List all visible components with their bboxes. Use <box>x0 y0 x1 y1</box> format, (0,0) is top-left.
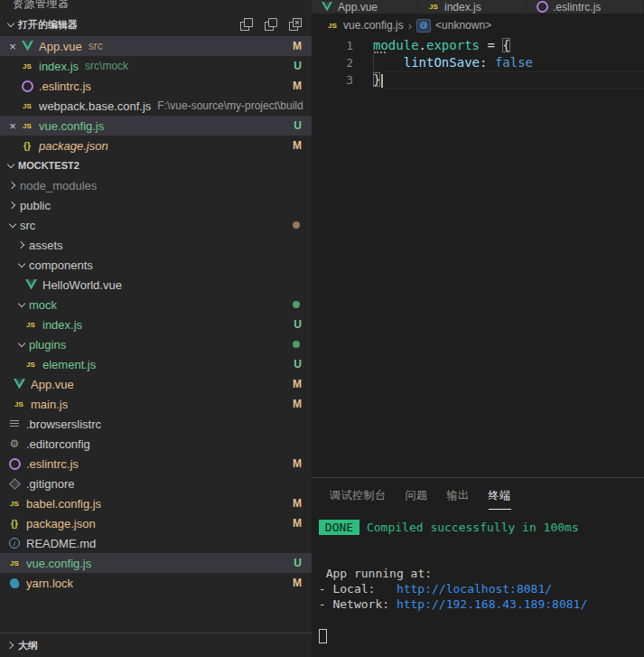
tab-debug-console[interactable]: 调试控制台 <box>330 481 387 509</box>
token-close-brace: } <box>373 72 380 87</box>
tree-folder-src[interactable]: src <box>0 215 312 235</box>
open-editor-description: src\mock <box>85 60 128 72</box>
tree-item-label: babel.config.js <box>26 497 101 511</box>
eslint-icon <box>536 0 548 14</box>
symbol-icon: @ <box>416 19 431 33</box>
tree-folder-mock[interactable]: mock <box>0 295 312 314</box>
tab-index-js[interactable]: index.js <box>418 0 527 14</box>
breadcrumb-file[interactable]: vue.config.js <box>343 19 404 32</box>
tree-folder-plugins[interactable]: plugins <box>0 334 312 354</box>
terminal-line: App running at: <box>312 566 644 581</box>
tab-eslintrc-js[interactable]: .eslintrc.js <box>527 0 644 14</box>
code-line: 1 module.exports = { <box>312 37 644 54</box>
tree-item-label: App.vue <box>31 378 74 391</box>
editor-empty-space[interactable] <box>312 89 644 477</box>
tree-file-readme-md[interactable]: README.md <box>0 533 312 553</box>
breadcrumb-separator: › <box>408 19 412 33</box>
open-editor-item[interactable]: × webpack.base.conf.js F:\vue-source\my-… <box>0 96 312 116</box>
terminal[interactable]: DONECompiled successfully in 100ms App r… <box>312 512 644 657</box>
git-status-badge: M <box>293 577 302 589</box>
tab-label: .eslintrc.js <box>553 1 601 14</box>
tree-file-package-json[interactable]: package.json M <box>0 513 312 533</box>
vue-icon <box>23 277 38 292</box>
tree-folder-node-modules[interactable]: node_modules <box>0 175 312 195</box>
tree-file-main-js[interactable]: main.js M <box>0 394 312 414</box>
vue-icon <box>321 0 333 14</box>
js-icon <box>23 317 38 332</box>
js-icon <box>326 18 339 33</box>
json-icon <box>7 516 22 530</box>
tree-folder-components[interactable]: components <box>0 255 312 275</box>
open-editor-item[interactable]: × App.vue src M <box>0 36 312 56</box>
git-status-badge: M <box>293 378 302 390</box>
open-editor-item[interactable]: × .eslintrc.js M <box>0 76 312 96</box>
terminal-cursor <box>319 629 327 643</box>
tree-file-babel-config-js[interactable]: babel.config.js M <box>0 493 312 513</box>
close-icon[interactable]: × <box>5 118 20 133</box>
tree-file-browserslistrc[interactable]: .browserslistrc <box>0 414 312 434</box>
tab-terminal[interactable]: 终端 <box>489 481 511 510</box>
token-colon: : <box>480 55 495 70</box>
token-equals: = <box>480 38 502 52</box>
info-icon <box>7 536 22 550</box>
tab-problems[interactable]: 问题 <box>406 481 428 509</box>
eslint-icon <box>20 79 34 93</box>
network-url-link[interactable]: http://192.168.43.189:8081/ <box>397 597 587 611</box>
close-icon[interactable]: × <box>5 39 20 53</box>
tree-file-editorconfig[interactable]: .editorconfig <box>0 434 312 454</box>
open-editor-label: vue.config.js <box>39 119 104 133</box>
network-label: - Network: <box>319 596 397 612</box>
token-lintonsave: lintOnSave <box>404 55 480 70</box>
tree-file-app-vue[interactable]: App.vue M <box>0 374 312 394</box>
workspace-root-header[interactable]: MOCKTEST2 <box>0 155 312 175</box>
panel-tab-bar: 调试控制台 问题 输出 终端 <box>312 478 644 512</box>
open-editor-item[interactable]: × index.js src\mock U <box>0 56 312 76</box>
open-editors-header-label: 打开的编辑器 <box>18 18 78 32</box>
breadcrumb-symbol[interactable]: <unknown> <box>435 19 491 32</box>
tree-folder-assets[interactable]: assets <box>0 235 312 255</box>
tree-file-yarn-lock[interactable]: yarn.lock M <box>0 573 312 593</box>
chevron-right-icon <box>4 638 18 652</box>
tree-file-element-js[interactable]: element.js U <box>0 354 312 374</box>
vue-icon <box>20 39 34 53</box>
terminal-blank-line <box>312 550 644 566</box>
chevron-down-icon <box>5 218 20 232</box>
chevron-down-icon <box>4 17 18 32</box>
close-all-editors-icon[interactable]: × <box>288 17 303 32</box>
open-editor-item[interactable]: × package.json M <box>0 136 312 155</box>
open-editor-label: package.json <box>39 139 108 153</box>
new-untitled-file-icon[interactable] <box>239 17 254 32</box>
line-number: 1 <box>312 37 373 54</box>
git-status-badge: M <box>293 517 302 530</box>
js-icon <box>20 99 34 113</box>
open-editor-item[interactable]: × vue.config.js U <box>0 116 312 136</box>
tab-output[interactable]: 输出 <box>447 481 470 509</box>
tree-item-label: .eslintrc.js <box>26 457 79 471</box>
chevron-down-icon <box>4 158 18 173</box>
tree-item-label: .editorconfig <box>26 437 90 451</box>
token-false: false <box>495 55 533 70</box>
tab-label: index.js <box>444 1 481 14</box>
code-editor[interactable]: 1 module.exports = { 2 lintOnSave: false… <box>312 37 644 89</box>
json-icon <box>20 138 34 153</box>
tree-file-vue-config-js[interactable]: vue.config.js U <box>0 553 312 573</box>
tree-item-label: public <box>20 199 51 212</box>
tree-file-gitignore[interactable]: .gitignore <box>0 474 312 493</box>
indent-guide <box>373 54 374 71</box>
tab-app-vue[interactable]: App.vue <box>312 0 418 14</box>
chevron-down-icon <box>14 337 29 352</box>
git-status-badge: U <box>294 358 302 371</box>
tree-file-helloworld-vue[interactable]: HelloWorld.vue <box>0 275 312 295</box>
tree-folder-public[interactable]: public <box>0 195 312 215</box>
save-all-icon[interactable] <box>264 17 278 32</box>
open-editors-header[interactable]: 打开的编辑器 × <box>0 13 312 36</box>
local-url-link[interactable]: http://localhost:8081/ <box>397 582 552 596</box>
chevron-right-icon <box>5 178 20 192</box>
tree-file-eslintrc-js[interactable]: .eslintrc.js M <box>0 454 312 474</box>
tree-item-label: package.json <box>26 517 96 530</box>
tree-file-index-js[interactable]: index.js U <box>0 314 312 334</box>
js-icon <box>427 0 440 14</box>
terminal-blank-line <box>312 535 644 550</box>
tree-item-label: plugins <box>29 338 66 352</box>
outline-section-header[interactable]: 大纲 <box>0 633 312 657</box>
